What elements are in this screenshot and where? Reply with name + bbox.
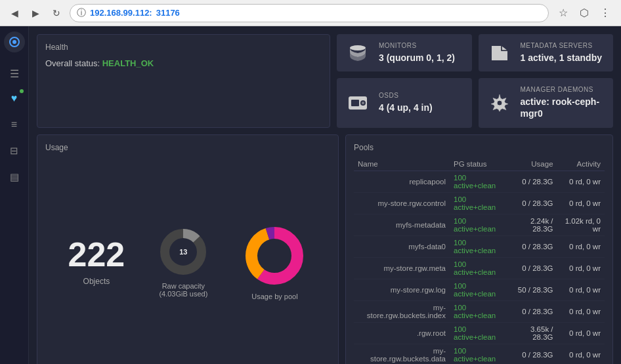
pool-activity: 1.02k rd, 0 wr (557, 214, 605, 235)
osds-info: OSDS 4 (4 up, 4 in) (379, 92, 433, 113)
manager-value: active: rook-ceph-mgr0 (521, 96, 605, 119)
pool-activity: 0 rd, 0 wr (557, 300, 605, 322)
pool-usage: 0 / 28.3G (510, 192, 557, 214)
objects-count-container: 222 Objects (68, 237, 125, 286)
col-pg-status: PG status (450, 157, 510, 171)
objects-label: Objects (83, 277, 110, 286)
pool-activity: 0 rd, 0 wr (557, 279, 605, 300)
pool-activity: 0 rd, 0 wr (557, 322, 605, 344)
pool-name: my-store.rgw.buckets.index (354, 300, 450, 322)
svg-rect-4 (351, 100, 359, 106)
table-row: replicapool 100 active+clean 0 / 28.3G 0… (354, 171, 605, 192)
storage-icon: ⊟ (10, 145, 18, 157)
col-activity: Activity (557, 157, 605, 171)
list-icon: ≡ (11, 119, 17, 131)
bottom-row: Usage 222 Objects (37, 134, 613, 364)
sidebar-item-list[interactable]: ≡ (3, 113, 26, 136)
pool-name: .rgw.root (354, 322, 450, 344)
pool-name: my-store.rgw.control (354, 192, 450, 214)
pool-usage: 0 / 28.3G (510, 300, 557, 322)
extensions-button[interactable]: ⬡ (575, 4, 593, 22)
sidebar-item-storage[interactable]: ⊟ (3, 139, 26, 163)
manager-label: MANAGER DAEMONS (521, 86, 605, 93)
metadata-info: METADATA SERVERS 1 active, 1 standby (521, 42, 603, 64)
pools-table: Name PG status Usage Activity replicapoo… (354, 157, 605, 364)
metadata-value: 1 active, 1 standby (521, 52, 603, 64)
address-protocol: 192.168.99.112: (90, 8, 152, 18)
health-status: Overall status: HEALTH_OK (45, 58, 322, 68)
monitors-value: 3 (quorum 0, 1, 2) (379, 52, 455, 64)
table-row: my-store.rgw.meta 100 active+clean 0 / 2… (354, 257, 605, 279)
back-button[interactable]: ◀ (7, 5, 22, 21)
raw-capacity-percent: 13 (179, 248, 187, 256)
app-container: ☰ ♥ ≡ ⊟ ▤ Health Overall status: HEALTH_… (0, 26, 621, 364)
pool-pg-status: 100 active+clean (450, 322, 510, 344)
manager-info: MANAGER DAEMONS active: rook-ceph-mgr0 (521, 86, 605, 119)
manager-icon (488, 93, 511, 113)
pool-usage: 0 / 28.3G (510, 257, 557, 279)
sidebar-item-dashboard[interactable]: ♥ (3, 87, 26, 110)
usage-by-pool-label: Usage by pool (251, 293, 297, 300)
pool-usage: 2.24k / 28.3G (510, 214, 557, 235)
pool-usage: 0 / 28.3G (510, 344, 557, 364)
app-logo[interactable] (4, 31, 25, 52)
table-row: my-store.rgw.log 100 active+clean 50 / 2… (354, 279, 605, 300)
pool-pg-status: 100 active+clean (450, 214, 510, 235)
pool-activity: 0 rd, 0 wr (557, 192, 605, 214)
svg-point-6 (362, 102, 364, 104)
forward-button[interactable]: ▶ (28, 5, 43, 21)
sidebar-hamburger-icon[interactable]: ☰ (4, 63, 25, 84)
col-usage: Usage (510, 157, 557, 171)
usage-title: Usage (45, 143, 330, 152)
pool-pg-status: 100 active+clean (450, 279, 510, 300)
pool-usage: 50 / 28.3G (510, 279, 557, 300)
health-title: Health (45, 43, 322, 52)
osds-value: 4 (4 up, 4 in) (379, 102, 433, 113)
pool-pg-status: 100 active+clean (450, 257, 510, 279)
heart-icon: ♥ (11, 92, 18, 104)
usage-by-pool-chart: Usage by pool (242, 223, 307, 300)
stat-card-monitors: MONITORS 3 (quorum 0, 1, 2) (337, 34, 472, 71)
raw-capacity-chart: 13 Raw capacity (4.03GiB used) (157, 226, 209, 298)
pool-activity: 0 rd, 0 wr (557, 344, 605, 364)
pool-usage: 0 / 28.3G (510, 171, 557, 192)
svg-point-2 (350, 45, 366, 51)
pool-activity: 0 rd, 0 wr (557, 171, 605, 192)
raw-capacity-donut: 13 (157, 226, 209, 278)
pool-pg-status: 100 active+clean (450, 171, 510, 192)
browser-chrome: ◀ ▶ ↻ ⓘ 192.168.99.112:31176 ☆ ⬡ ⋮ (0, 0, 621, 26)
pool-activity: 0 rd, 0 wr (557, 257, 605, 279)
usage-by-pool-donut (242, 223, 307, 289)
metadata-icon (488, 44, 511, 62)
osds-label: OSDS (379, 92, 433, 99)
stat-card-osds: OSDS 4 (4 up, 4 in) (337, 78, 472, 127)
health-label: Overall status: (45, 58, 100, 68)
active-dot (20, 89, 24, 93)
sidebar-item-folder[interactable]: ▤ (3, 165, 26, 189)
pool-pg-status: 100 active+clean (450, 300, 510, 322)
table-row: myfs-data0 100 active+clean 0 / 28.3G 0 … (354, 235, 605, 257)
folder-nav-icon: ▤ (10, 171, 19, 183)
raw-capacity-label: Raw capacity (4.03GiB used) (159, 282, 207, 298)
pool-pg-status: 100 active+clean (450, 344, 510, 364)
main-content: Health Overall status: HEALTH_OK (29, 26, 621, 364)
address-bar[interactable]: ⓘ 192.168.99.112:31176 (70, 4, 549, 22)
pool-name: myfs-metadata (354, 214, 450, 235)
pool-pg-status: 100 active+clean (450, 235, 510, 257)
objects-number: 222 (68, 237, 125, 272)
pools-panel: Pools Name PG status Usage Activity repl… (345, 134, 613, 364)
table-row: my-store.rgw.buckets.data 100 active+cle… (354, 344, 605, 364)
usage-panel: Usage 222 Objects (37, 134, 339, 364)
svg-point-7 (497, 100, 502, 106)
usage-content: 222 Objects 13 (45, 159, 330, 364)
table-row: my-store.rgw.control 100 active+clean 0 … (354, 192, 605, 214)
pool-usage: 0 / 28.3G (510, 235, 557, 257)
pools-title: Pools (354, 143, 605, 152)
bookmark-button[interactable]: ☆ (554, 4, 572, 22)
stat-cards-grid: MONITORS 3 (quorum 0, 1, 2) METADATA SER… (337, 34, 613, 128)
col-name: Name (354, 157, 450, 171)
table-row: .rgw.root 100 active+clean 3.65k / 28.3G… (354, 322, 605, 344)
reload-button[interactable]: ↻ (49, 5, 64, 21)
pool-name: my-store.rgw.meta (354, 257, 450, 279)
browser-menu-button[interactable]: ⋮ (596, 4, 614, 22)
